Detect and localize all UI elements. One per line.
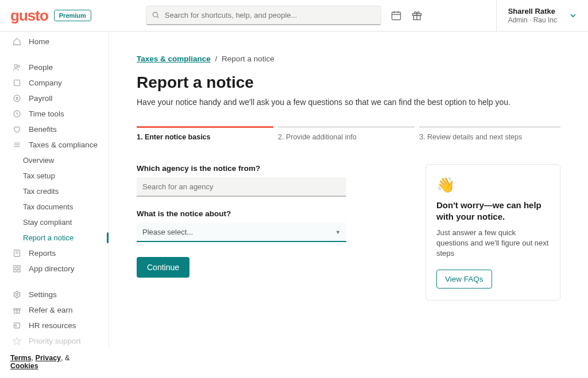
header: gusto Premium Sharell Ratke Admin · Rau …	[0, 0, 588, 32]
panel-title: Don't worry—we can help with your notice…	[436, 200, 550, 222]
sidebar-item-tax-setup[interactable]: Tax setup	[0, 168, 109, 184]
people-icon	[13, 63, 23, 72]
footer-privacy[interactable]: Privacy	[36, 354, 61, 362]
sidebar-item-tax-credits[interactable]: Tax credits	[0, 184, 109, 199]
sidebar-item-tax-documents[interactable]: Tax documents	[0, 199, 109, 215]
svg-point-29	[15, 325, 17, 326]
search-box	[146, 6, 381, 25]
gift-icon[interactable]	[411, 10, 423, 21]
sidebar-item-settings[interactable]: Settings	[0, 287, 109, 302]
step-3: 3. Review details and next steps	[419, 126, 560, 141]
svg-rect-20	[14, 266, 16, 268]
sidebar-item-payroll[interactable]: Payroll	[0, 91, 109, 106]
company-icon	[13, 79, 23, 87]
reports-icon	[13, 249, 23, 258]
svg-rect-21	[18, 266, 20, 268]
user-sub: Admin · Rau Inc	[508, 16, 557, 24]
page-subtitle: Have your notice handy and we'll ask you…	[137, 98, 560, 107]
agency-label: Which agency is the notice from?	[137, 164, 366, 173]
heart-icon	[13, 125, 23, 134]
main: Taxes & compliance / Report a notice Rep…	[109, 32, 588, 378]
sidebar-item-refer[interactable]: Refer & earn	[0, 302, 109, 318]
step-1: 1. Enter notice basics	[137, 126, 278, 141]
about-label: What is the notice about?	[137, 209, 366, 218]
sidebar-item-report-notice[interactable]: Report a notice	[0, 230, 109, 245]
page-title: Report a notice	[137, 73, 560, 92]
svg-point-9	[14, 65, 17, 68]
sidebar-item-priority[interactable]: Priority support	[0, 333, 109, 349]
sidebar-item-reports[interactable]: Reports	[0, 245, 109, 261]
svg-point-0	[153, 12, 157, 17]
sidebar-item-benefits[interactable]: Benefits	[0, 122, 109, 137]
chevron-down-icon: ▼	[335, 229, 341, 235]
sidebar-item-home[interactable]: Home	[0, 34, 109, 49]
logo: gusto	[10, 7, 48, 25]
step-2: 2. Provide additional info	[278, 126, 419, 141]
user-menu[interactable]: Sharell Ratke Admin · Rau Inc	[496, 0, 578, 31]
sidebar-item-hr[interactable]: HR resources	[0, 318, 109, 333]
footer-cookies[interactable]: Cookies	[10, 362, 38, 370]
chevron-down-icon	[568, 11, 578, 20]
list-icon	[13, 141, 23, 149]
footer: Terms, Privacy, & Cookies	[0, 348, 109, 378]
wave-icon: 👋	[436, 176, 550, 194]
sidebar-item-people[interactable]: People	[0, 60, 109, 75]
gear-icon	[13, 290, 23, 299]
help-panel: 👋 Don't worry—we can help with your noti…	[425, 164, 560, 301]
panel-text: Just answer a few quick questions and we…	[436, 228, 550, 259]
svg-rect-11	[14, 80, 20, 86]
svg-point-24	[16, 294, 18, 296]
svg-rect-23	[18, 270, 20, 272]
sidebar-item-overview[interactable]: Overview	[0, 153, 109, 168]
payroll-icon	[13, 94, 23, 103]
sidebar-item-time-tools[interactable]: Time tools	[0, 106, 109, 122]
breadcrumb: Taxes & compliance / Report a notice	[137, 54, 560, 63]
svg-line-1	[157, 17, 159, 18]
grid-icon	[13, 264, 23, 273]
clock-icon	[13, 110, 23, 118]
continue-button[interactable]: Continue	[137, 257, 189, 278]
sidebar-item-taxes[interactable]: Taxes & compliance	[0, 137, 109, 153]
home-icon	[13, 37, 23, 46]
agency-input[interactable]	[137, 177, 346, 197]
svg-marker-30	[13, 337, 21, 345]
sidebar: Home People Company Payroll Time tools B…	[0, 32, 109, 350]
search-icon	[152, 11, 160, 19]
sidebar-item-stay-compliant[interactable]: Stay compliant	[0, 215, 109, 230]
premium-badge[interactable]: Premium	[54, 10, 91, 21]
gift-icon	[13, 306, 23, 314]
calendar-icon[interactable]	[390, 10, 402, 21]
svg-point-10	[18, 65, 20, 68]
sidebar-item-app-directory[interactable]: App directory	[0, 261, 109, 276]
breadcrumb-root[interactable]: Taxes & compliance	[137, 54, 211, 63]
footer-terms[interactable]: Terms	[10, 354, 32, 362]
star-icon	[13, 337, 23, 345]
stepper: 1. Enter notice basics 2. Provide additi…	[137, 126, 560, 141]
sidebar-item-company[interactable]: Company	[0, 75, 109, 91]
breadcrumb-current: Report a notice	[222, 54, 274, 63]
svg-rect-22	[14, 270, 16, 272]
user-name: Sharell Ratke	[508, 7, 557, 16]
view-faqs-button[interactable]: View FAQs	[436, 270, 492, 289]
svg-rect-2	[392, 12, 400, 20]
search-input[interactable]	[146, 6, 381, 25]
badge-icon	[13, 321, 23, 330]
about-select[interactable]: Please select...	[137, 223, 346, 242]
